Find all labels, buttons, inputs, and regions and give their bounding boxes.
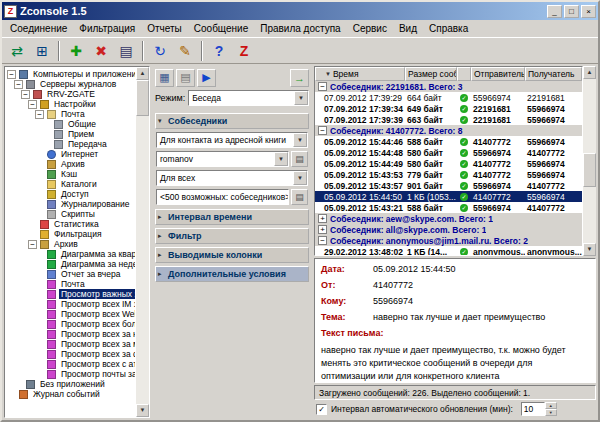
refresh-button[interactable]: ↻ [148, 40, 172, 62]
scrollbar-track[interactable] [136, 80, 149, 404]
tree-item[interactable]: Просмотр всех с атрибутами [7, 359, 135, 369]
menu-item-7[interactable]: Справка [423, 22, 474, 35]
refresh-interval-spinner[interactable]: 10 ▲ ▼ [521, 402, 557, 416]
tree-item[interactable]: Журнал событий [7, 389, 135, 399]
tree-expander-icon[interactable]: − [35, 110, 44, 119]
tree-item[interactable]: −Серверы журналов [7, 79, 135, 89]
properties-button[interactable]: ▤ [114, 40, 138, 62]
tree-item[interactable]: −Настройки [7, 99, 135, 109]
message-row[interactable]: 05.09.2012 15:44:46588 байт✓414077725596… [315, 136, 582, 147]
tree-item[interactable]: Передача [7, 139, 135, 149]
scroll-up-button[interactable]: ▲ [583, 66, 596, 79]
menu-item-4[interactable]: Правила доступа [254, 22, 346, 35]
spin-up-button[interactable]: ▲ [545, 402, 557, 409]
tree-item[interactable]: Архив [7, 159, 135, 169]
edit-rules-button[interactable]: ✎ [173, 40, 197, 62]
message-row[interactable]: 07.09.2012 17:39:39663 байт✓221916815596… [315, 114, 582, 125]
column-header-receiver[interactable]: Получатель [525, 67, 582, 81]
tree-expander-icon[interactable]: − [21, 90, 30, 99]
possible-conversers-field[interactable]: <500 возможных: собеседников> [156, 189, 289, 205]
group-expander-icon[interactable]: + [318, 214, 327, 223]
scrollbar-thumb[interactable] [136, 80, 149, 116]
tree-item[interactable]: −Компьютеры и приложения [7, 69, 135, 79]
scroll-up-button[interactable]: ▲ [136, 67, 149, 80]
group-row[interactable]: −Собеседник: anonymous@jim1.mail.ru. Все… [315, 235, 582, 246]
column-header-time[interactable]: ▼ Время [315, 67, 405, 81]
tree-item[interactable]: Каталоги [7, 179, 135, 189]
add-computer-button[interactable]: ⊞ [30, 40, 54, 62]
message-row[interactable]: 29.02.2012 13:48:021 КБ (14...✓anonymous… [315, 246, 582, 255]
tree-item[interactable]: −Архив [7, 239, 135, 249]
scope-select[interactable]: Для всех ▼ [156, 170, 308, 186]
message-row[interactable]: 07.09.2012 17:39:29664 байт✓559669742219… [315, 92, 582, 103]
column-header-sender[interactable]: Отправитель [471, 67, 525, 81]
message-row[interactable]: 05.09.2012 15:43:57901 байт✓559669744140… [315, 180, 582, 191]
tree-item[interactable]: Отчет за вчера [7, 269, 135, 279]
print-button[interactable]: ▤ [176, 69, 195, 87]
close-button[interactable]: × [581, 5, 596, 18]
tree-item[interactable]: Фильтрация [7, 229, 135, 239]
contact-filter-select[interactable]: Для контакта из адресной книги ▼ [156, 132, 308, 148]
group-row[interactable]: −Собеседник: 41407772. Всего: 8 [315, 125, 582, 136]
apply-button[interactable]: → [290, 69, 309, 87]
tree-item[interactable]: Просмотр всех за неделю [7, 329, 135, 339]
menu-item-2[interactable]: Отчеты [141, 22, 188, 35]
delete-button[interactable]: ✖ [89, 40, 113, 62]
tree-item[interactable]: Журналирование [7, 199, 135, 209]
auto-refresh-checkbox[interactable]: ✓ [316, 404, 327, 415]
scrollbar-track[interactable] [583, 79, 596, 243]
menu-item-5[interactable]: Сервис [347, 22, 393, 35]
group-row[interactable]: −Собеседник: 22191681. Всего: 3 [315, 81, 582, 92]
message-row[interactable]: 05.09.2012 15:44:48580 байт✓559669744140… [315, 147, 582, 158]
column-header-size[interactable]: Размер сооб... [405, 67, 457, 81]
group-expander-icon[interactable]: + [318, 225, 327, 234]
about-zgate-button[interactable]: Z [232, 40, 256, 62]
add-button[interactable]: ✚ [64, 40, 88, 62]
tree-item[interactable]: Диаграмма за квартал [7, 249, 135, 259]
section-conversers[interactable]: ▾ Собеседники [155, 113, 309, 129]
spin-down-button[interactable]: ▼ [545, 409, 557, 416]
tree-item[interactable]: Прием [7, 129, 135, 139]
tree-item[interactable]: −Почта [7, 109, 135, 119]
tree-item[interactable]: Просмотр важных за сегодня [7, 289, 135, 299]
tree-item[interactable]: Кэш [7, 169, 135, 179]
section-extra-conditions[interactable]: ▸ Дополнительные условия [155, 266, 309, 282]
scrollbar-thumb[interactable] [583, 153, 596, 187]
menu-item-0[interactable]: Соединение [4, 22, 73, 35]
tree-item[interactable]: Просмотр всех за сегодня [7, 349, 135, 359]
column-header-status[interactable] [457, 67, 471, 81]
address-book-button[interactable]: ▤ [291, 151, 308, 167]
message-row[interactable]: 05.09.2012 15:43:53779 байт✓414077725596… [315, 169, 582, 180]
message-row[interactable]: 05.09.2012 15:44:501 КБ (1053...✓4140777… [315, 191, 582, 202]
tree-item[interactable]: Диаграмма за неделю [7, 259, 135, 269]
tree-item[interactable]: Общие [7, 119, 135, 129]
mode-select[interactable]: Беседа ▼ [188, 90, 309, 106]
tree-item[interactable]: Без приложений [7, 379, 135, 389]
message-row[interactable]: 07.09.2012 17:39:34649 байт✓221916815596… [315, 103, 582, 114]
minimize-button[interactable]: _ [547, 5, 562, 18]
tree-item[interactable]: Просмотр всех больше 10 Мб [7, 319, 135, 329]
section-time-interval[interactable]: ▸ Интервал времени [155, 209, 309, 225]
tree-item[interactable]: Просмотр почты за неделю [7, 369, 135, 379]
conversers-list-button[interactable]: ▤ [291, 189, 308, 205]
run-query-button[interactable]: ▶ [197, 69, 216, 87]
tree-item[interactable]: Скрипты [7, 209, 135, 219]
tree-scrollbar[interactable]: ▲ ▼ [136, 67, 149, 417]
save-button[interactable]: ▦ [155, 69, 174, 87]
tree-item[interactable]: Доступ [7, 189, 135, 199]
tree-item[interactable]: Интернет [7, 149, 135, 159]
tree-item[interactable]: Почта [7, 279, 135, 289]
tree-item[interactable]: Просмотр всех IM за неделю [7, 299, 135, 309]
menu-item-1[interactable]: Фильтрация [73, 22, 141, 35]
scroll-down-button[interactable]: ▼ [136, 404, 149, 417]
section-filter[interactable]: ▸ Фильтр [155, 228, 309, 244]
maximize-button[interactable]: □ [564, 5, 579, 18]
group-expander-icon[interactable]: − [318, 82, 327, 91]
group-row[interactable]: +Собеседник: aew@skype.com. Всего: 1 [315, 213, 582, 224]
contact-select[interactable]: romanov ▼ [156, 151, 289, 167]
grid-scrollbar[interactable]: ▲ ▼ [583, 66, 596, 256]
group-expander-icon[interactable]: − [318, 126, 327, 135]
tree-expander-icon[interactable]: − [28, 100, 37, 109]
message-row[interactable]: 05.09.2012 15:43:21588 байт✓559669744140… [315, 202, 582, 213]
tree-expander-icon[interactable]: − [7, 70, 16, 79]
